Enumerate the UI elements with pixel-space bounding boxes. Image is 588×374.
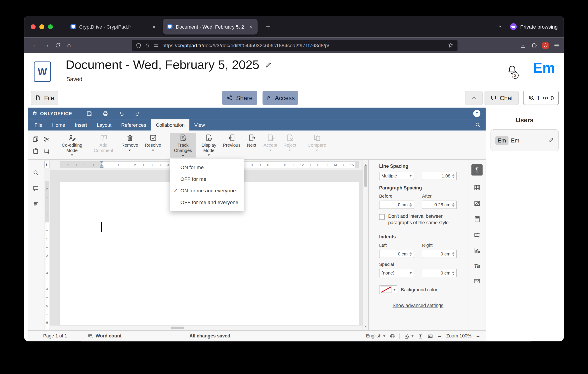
new-tab-button[interactable]: + <box>263 22 273 31</box>
chart-settings-icon[interactable] <box>473 247 481 254</box>
display-mode-button[interactable]: Display Mode <box>198 133 220 157</box>
show-advanced-settings-link[interactable]: Show advanced settings <box>379 303 457 308</box>
chat-button[interactable]: Chat <box>484 91 519 105</box>
menu-item-off-for-me-and-everyone[interactable]: OFF for me and everyone <box>170 197 244 208</box>
special-indent-spinner[interactable]: 0 cm <box>422 269 457 277</box>
menu-item-on-for-me[interactable]: ON for me <box>170 162 244 173</box>
home-button[interactable]: ⌂ <box>63 40 75 51</box>
header-footer-settings-icon[interactable] <box>473 216 481 223</box>
undo-icon[interactable] <box>119 110 125 116</box>
background-color-picker[interactable] <box>379 285 397 294</box>
collapse-toolbar-button[interactable] <box>465 91 483 105</box>
vertical-ruler[interactable]: 21123456 <box>44 170 50 330</box>
track-changes-button[interactable]: Track Changes <box>170 133 196 157</box>
indent-left-spinner[interactable]: 0 cm <box>379 250 414 258</box>
spinner-arrows[interactable] <box>452 174 454 177</box>
menu-item-off-for-me[interactable]: OFF for me <box>170 173 244 185</box>
close-tab-icon[interactable]: × <box>248 23 254 30</box>
shape-settings-icon[interactable] <box>473 231 481 239</box>
next-change-button[interactable]: Next <box>243 133 260 157</box>
forward-button[interactable]: → <box>41 40 52 51</box>
vertical-scrollbar[interactable] <box>363 160 368 330</box>
edit-title-pencil-icon[interactable] <box>264 61 272 68</box>
extensions-puzzle-icon[interactable] <box>531 42 537 49</box>
comments-panel-icon[interactable] <box>33 185 39 192</box>
mail-merge-icon[interactable] <box>473 278 481 285</box>
previous-change-button[interactable]: Previous <box>221 133 242 157</box>
vertical-scrollbar-thumb[interactable] <box>364 166 367 187</box>
zoom-in-button[interactable]: + <box>476 333 481 339</box>
edit-name-pencil-icon[interactable] <box>548 137 554 143</box>
resolve-comment-button[interactable]: Resolve <box>142 133 164 157</box>
horizontal-scrollbar[interactable] <box>50 325 363 330</box>
reload-button[interactable] <box>52 40 63 51</box>
text-art-settings-icon[interactable]: Ta <box>474 263 480 269</box>
tab-layout[interactable]: Layout <box>92 119 116 131</box>
line-spacing-select[interactable]: Multiple <box>379 172 414 180</box>
tab-cryptdrive[interactable]: CryptDrive - CryptPad.fr × <box>66 19 161 35</box>
spacing-before-spinner[interactable]: 0 cm <box>379 201 414 209</box>
spinner-arrows[interactable] <box>452 203 454 207</box>
fit-width-icon[interactable] <box>428 333 433 339</box>
tab-home[interactable]: Home <box>47 119 70 131</box>
list-all-tabs-icon[interactable] <box>497 24 503 30</box>
track-changes-status-button[interactable] <box>404 333 414 339</box>
user-avatar[interactable]: Em <box>533 60 555 76</box>
tab-insert[interactable]: Insert <box>70 119 92 131</box>
tab-view[interactable]: View <box>189 119 210 131</box>
spinner-arrows[interactable] <box>452 271 454 275</box>
find-icon[interactable] <box>33 169 39 176</box>
url-bar[interactable]: https://cryptpad.fr/doc/#/3/doc/edit/ff0… <box>132 40 458 51</box>
image-settings-icon[interactable] <box>473 200 481 207</box>
paragraph-settings-icon[interactable]: ¶ <box>472 164 483 176</box>
document-title[interactable]: Document - Wed, February 5, 2025 <box>66 58 272 72</box>
first-line-indent-marker[interactable] <box>100 161 104 164</box>
permissions-icon[interactable] <box>153 42 159 48</box>
bookmark-star-icon[interactable] <box>448 42 454 48</box>
indent-right-spinner[interactable]: 0 cm <box>422 250 457 258</box>
left-indent-marker[interactable] <box>100 167 104 168</box>
remove-comment-button[interactable]: Remove <box>119 133 141 157</box>
accept-change-button[interactable]: Accept <box>262 133 279 157</box>
special-indent-select[interactable]: (none) <box>379 269 414 277</box>
reject-change-button[interactable]: Reject <box>281 133 299 157</box>
tracking-protection-shield-icon[interactable] <box>136 42 141 48</box>
tab-collaboration[interactable]: Collaboration <box>151 119 190 131</box>
user-list-button[interactable]: 1 0 <box>523 91 559 105</box>
access-button[interactable]: Access <box>262 91 298 105</box>
table-settings-icon[interactable] <box>473 184 481 191</box>
save-icon[interactable] <box>86 110 92 116</box>
ublock-icon[interactable] <box>542 42 548 49</box>
horizontal-scrollbar-thumb[interactable] <box>171 327 184 329</box>
select-all-button[interactable] <box>42 145 52 156</box>
spinner-arrows[interactable] <box>410 252 412 255</box>
close-tab-icon[interactable]: × <box>151 23 157 30</box>
interval-checkbox[interactable] <box>379 214 385 219</box>
spellcheck-globe-icon[interactable] <box>390 333 395 339</box>
spacing-after-spinner[interactable]: 0.28 cm <box>422 201 457 209</box>
editor-search-button[interactable] <box>470 119 486 131</box>
file-menu-button[interactable]: File <box>31 91 58 105</box>
scroll-down-arrow[interactable] <box>365 323 367 329</box>
spinner-arrows[interactable] <box>452 252 454 255</box>
word-count-button[interactable]: Word count <box>87 333 121 339</box>
zoom-out-button[interactable]: − <box>437 333 442 339</box>
downloads-icon[interactable] <box>520 42 526 49</box>
tab-references[interactable]: References <box>116 119 151 131</box>
compare-button[interactable]: Compare <box>305 133 328 157</box>
add-comment-button[interactable]: Add Comment <box>91 133 116 157</box>
coediting-mode-button[interactable]: Co-editing Mode <box>59 133 85 157</box>
notifications-bell[interactable]: 2 <box>507 64 519 78</box>
share-button[interactable]: Share <box>222 91 257 105</box>
https-lock-icon[interactable] <box>145 43 150 48</box>
language-selector[interactable]: English <box>366 333 386 339</box>
spinner-arrows[interactable] <box>410 203 412 207</box>
hamburger-menu-icon[interactable] <box>553 42 560 49</box>
redo-icon[interactable] <box>135 110 141 116</box>
maximize-window-button[interactable] <box>48 24 53 29</box>
tab-file[interactable]: File <box>30 119 47 131</box>
hanging-indent-marker[interactable] <box>100 164 104 166</box>
menu-item-on-for-me-and-everyone[interactable]: ✓ ON for me and everyone <box>170 185 244 196</box>
line-spacing-spinner[interactable]: 1.08 <box>422 172 457 180</box>
paste-button[interactable] <box>30 145 41 156</box>
